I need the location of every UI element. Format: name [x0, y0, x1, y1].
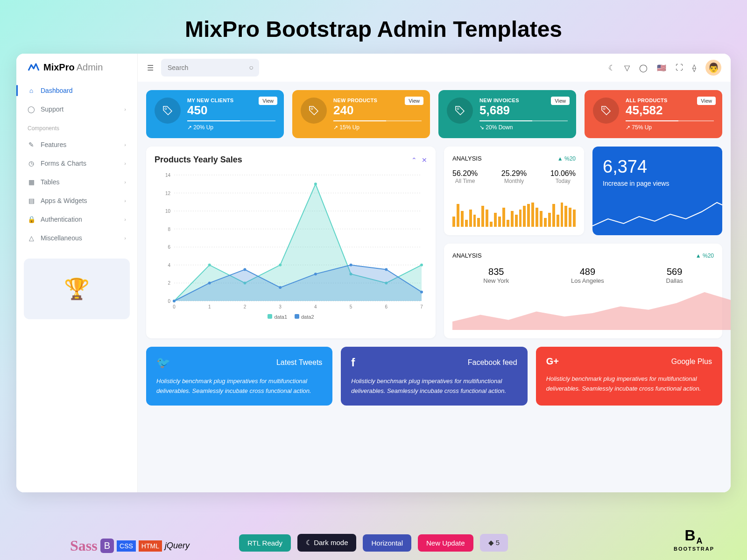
svg-text:0: 0 [168, 299, 170, 304]
badge-bootstrap5[interactable]: ◆ 5 [480, 534, 508, 552]
view-button[interactable]: View [697, 97, 716, 105]
clock-icon: ◷ [28, 160, 35, 167]
sales-chart-card: Products Yearly Sales ⌃ ✕ 02468101214012… [146, 147, 436, 338]
svg-text:2: 2 [168, 280, 170, 286]
kpi-bar [626, 120, 714, 121]
svg-point-42 [385, 268, 388, 271]
kpi-value: 45,582 [626, 103, 714, 118]
flag-icon[interactable]: 🇺🇸 [657, 63, 666, 72]
bootstrap-logo: BA BOOTSTRAP [674, 527, 714, 552]
main-area: ☰ ○ ☾ ▽ ◯ 🇺🇸 ⛶ ⟠ 👨 MY NEW CLIENTS [138, 54, 731, 492]
card-title: ANALYSIS [452, 252, 482, 259]
nav-apps[interactable]: ▤ Apps & Widgets › [16, 191, 137, 210]
nav-forms[interactable]: ◷ Forms & Charts › [16, 154, 137, 173]
badge-horizontal[interactable]: Horizontal [363, 534, 411, 552]
chat-icon[interactable]: ◯ [639, 63, 648, 72]
cities-area-chart [452, 288, 731, 330]
pct-badge: ▲ %20 [557, 155, 576, 162]
chevron-right-icon: › [124, 106, 126, 112]
fullscreen-icon[interactable]: ⛶ [676, 63, 683, 72]
kpi-trend: ↗ 15% Up [333, 124, 422, 131]
collapse-icon[interactable]: ⌃ [411, 156, 417, 164]
avatar[interactable]: 👨 [705, 60, 721, 76]
analysis-bars [452, 192, 576, 227]
social-title: Google Plus [671, 357, 712, 366]
cities-stats: 835New York489Los Angeles569Dallas [452, 266, 714, 284]
svg-point-29 [208, 264, 211, 266]
nav-dashboard[interactable]: ⌂ Dashboard [16, 81, 137, 100]
close-icon[interactable]: ✕ [422, 156, 427, 164]
search-wrap: ○ [161, 59, 259, 77]
search-icon[interactable]: ○ [249, 63, 254, 72]
kpi-trend: ↘ 20% Down [479, 124, 568, 131]
dashboard-window: MixPro Admin ⌂ Dashboard ◯ Support › Com… [16, 54, 731, 492]
badge-update[interactable]: New Update [418, 534, 473, 552]
analysis-card-2: ANALYSIS ▲ %20 835New York489Los Angeles… [444, 244, 722, 338]
svg-text:8: 8 [168, 227, 170, 232]
kpi-value: 450 [187, 103, 275, 118]
nav-support[interactable]: ◯ Support › [16, 100, 137, 119]
nav-label: Support [41, 105, 63, 113]
svg-text:10: 10 [165, 209, 171, 214]
view-button[interactable]: View [259, 97, 277, 105]
sparkline [592, 198, 722, 235]
kpi-bar [333, 120, 422, 121]
svg-text:4: 4 [168, 263, 170, 268]
svg-point-1 [311, 108, 313, 110]
badge-dark[interactable]: ☾ Dark mode [297, 534, 357, 552]
svg-point-39 [279, 286, 282, 289]
warning-icon: △ [28, 234, 35, 242]
social-body: Holisticly benchmark plug imperatives fo… [546, 374, 712, 394]
brand-logo[interactable]: MixPro Admin [16, 62, 137, 81]
card-title: Products Yearly Sales [155, 155, 242, 165]
svg-point-37 [208, 281, 211, 284]
bell-icon[interactable]: ▽ [624, 63, 630, 72]
svg-point-35 [420, 264, 423, 266]
svg-point-3 [603, 108, 605, 110]
twitter-card: 🐦 Latest Tweets Holisticly benchmark plu… [146, 347, 332, 406]
nav-tables[interactable]: ▦ Tables › [16, 173, 137, 191]
card-title: ANALYSIS [452, 155, 482, 162]
svg-text:0: 0 [173, 304, 176, 309]
svg-point-36 [173, 300, 176, 302]
moon-icon[interactable]: ☾ [608, 63, 615, 72]
layers-icon: ▤ [28, 197, 35, 204]
nav-label: Miscellaneous [41, 234, 82, 242]
facebook-card: f Facebook feed Holisticly benchmark plu… [341, 347, 527, 406]
googleplus-icon: G+ [546, 356, 559, 367]
svg-point-38 [243, 268, 246, 271]
nav-auth[interactable]: 🔒 Authentication › [16, 210, 137, 229]
view-button[interactable]: View [405, 97, 423, 105]
big-value: 6,374 [603, 157, 712, 177]
chevron-right-icon: › [124, 235, 126, 241]
nav-misc[interactable]: △ Miscellaneous › [16, 229, 137, 247]
view-button[interactable]: View [551, 97, 570, 105]
svg-text:12: 12 [165, 191, 171, 196]
kpi-row: MY NEW CLIENTS 450 ↗ 20% Up View NEW PRO… [146, 90, 722, 138]
chevron-right-icon: › [124, 142, 126, 147]
nav-features[interactable]: ✎ Features › [16, 135, 137, 154]
svg-text:5: 5 [350, 304, 352, 309]
brand-name: MixPro [43, 62, 75, 73]
svg-point-43 [420, 291, 423, 294]
chart-legend: data1 data2 [155, 314, 427, 320]
promo-card[interactable]: 🏆 [24, 259, 130, 319]
kpi-clients: MY NEW CLIENTS 450 ↗ 20% Up View [146, 90, 284, 138]
svg-point-41 [350, 264, 352, 266]
tag-icon [447, 98, 473, 124]
content: MY NEW CLIENTS 450 ↗ 20% Up View NEW PRO… [138, 82, 731, 414]
twitter-icon: 🐦 [156, 356, 170, 369]
kpi-trend: ↗ 75% Up [626, 124, 714, 131]
nav-label: Apps & Widgets [41, 197, 87, 204]
tag-icon [301, 98, 327, 124]
menu-toggle-icon[interactable]: ☰ [147, 63, 154, 72]
kpi-products: NEW PRODUCTS 240 ↗ 15% Up View [292, 90, 430, 138]
social-body: Holisticly benchmark plug imperatives fo… [156, 377, 322, 396]
googleplus-card: G+ Google Plus Holisticly benchmark plug… [536, 347, 722, 406]
kpi-value: 5,689 [479, 103, 568, 118]
badge-rtl[interactable]: RTL Ready [239, 534, 291, 552]
chevron-right-icon: › [124, 217, 126, 222]
home-icon: ⌂ [28, 87, 35, 94]
search-input[interactable] [161, 59, 259, 77]
settings-icon[interactable]: ⟠ [692, 63, 696, 72]
